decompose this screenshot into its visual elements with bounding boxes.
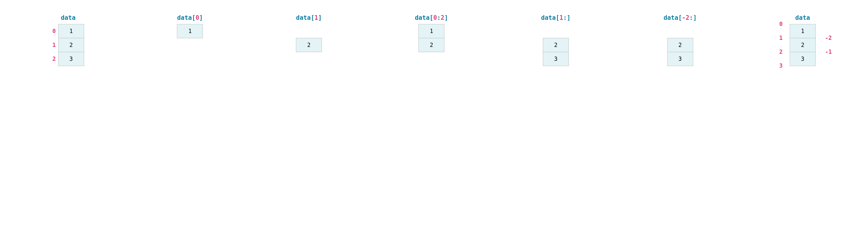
panel-title: data[-2:] xyxy=(663,14,697,21)
title-part: [ xyxy=(678,14,682,21)
left-index-labels: 012 xyxy=(52,24,56,66)
spacer-cell xyxy=(543,24,569,38)
data-cell: 1 xyxy=(418,24,444,38)
title-part: : xyxy=(689,14,693,21)
edge-label: 2 xyxy=(779,49,782,55)
title-part: ] xyxy=(444,14,448,21)
title-part: 0 xyxy=(433,14,437,21)
title-part: ] xyxy=(199,14,203,21)
spacer-cell xyxy=(296,24,322,38)
title-part: ] xyxy=(318,14,322,21)
cells-wrap: 1 xyxy=(177,24,203,66)
cells-wrap: 2 xyxy=(296,24,322,66)
cells: 23 xyxy=(543,24,569,66)
title-part: data xyxy=(177,14,192,21)
grid-wrap: 23 xyxy=(667,24,693,66)
cells-wrap: 123 xyxy=(58,24,84,66)
cells: 123 xyxy=(58,24,84,66)
edge-label: 0 xyxy=(779,21,782,27)
panel-title: data[0] xyxy=(177,14,203,21)
title-part: data xyxy=(663,14,678,21)
title-part: data xyxy=(296,14,311,21)
data-cell: 1 xyxy=(58,24,84,38)
cells: 2 xyxy=(296,24,322,66)
panel-title: data xyxy=(61,14,75,21)
grid-wrap: 23 xyxy=(543,24,569,66)
title-part: 2 xyxy=(441,14,444,21)
spacer-cell xyxy=(667,24,693,38)
cells: 123 xyxy=(790,24,816,66)
title-part: 1 xyxy=(560,14,563,21)
cells-wrap: 23 xyxy=(543,24,569,66)
grid-wrap: 012123 xyxy=(52,24,84,66)
data-cell: 2 xyxy=(543,38,569,52)
data-cell: 2 xyxy=(296,38,322,52)
index-label: 2 xyxy=(52,52,56,66)
edge-label: -2 xyxy=(825,35,832,41)
spacer-cell xyxy=(418,52,444,66)
data-cell: 1 xyxy=(177,24,203,38)
title-part: 1 xyxy=(314,14,318,21)
edge-label: 3 xyxy=(779,62,782,69)
data-cell: 3 xyxy=(58,52,84,66)
index-label: 0 xyxy=(52,24,56,38)
title-part: : xyxy=(563,14,567,21)
spacer-cell xyxy=(177,38,203,52)
panel-0: data012123 xyxy=(52,14,84,66)
data-cell: 3 xyxy=(543,52,569,66)
title-part: data xyxy=(415,14,430,21)
title-part: data xyxy=(61,14,75,21)
title-part: ] xyxy=(693,14,697,21)
data-cell: 2 xyxy=(667,38,693,52)
edge-label: 1 xyxy=(779,35,782,41)
data-cell: 3 xyxy=(667,52,693,66)
panel-6: data1230123-2-1 xyxy=(790,14,816,66)
cells-wrap: 1230123-2-1 xyxy=(790,24,816,66)
data-cell: 3 xyxy=(790,52,816,66)
title-part: -2 xyxy=(682,14,689,21)
panel-2: data[1]2 xyxy=(296,14,322,66)
title-part: [ xyxy=(311,14,314,21)
panel-title: data[1] xyxy=(296,14,322,21)
panel-title: data[0:2] xyxy=(415,14,448,21)
data-cell: 2 xyxy=(790,38,816,52)
panel-1: data[0]1 xyxy=(177,14,203,66)
cells: 23 xyxy=(667,24,693,66)
spacer-cell xyxy=(296,52,322,66)
grid-wrap: 12 xyxy=(418,24,444,66)
grid-wrap: 1 xyxy=(177,24,203,66)
title-part: [ xyxy=(430,14,433,21)
title-part: 0 xyxy=(195,14,199,21)
title-part: data xyxy=(795,14,810,21)
title-part: data xyxy=(541,14,556,21)
grid-wrap: 1230123-2-1 xyxy=(790,24,816,66)
data-cell: 1 xyxy=(790,24,816,38)
title-part: [ xyxy=(556,14,560,21)
index-label: 1 xyxy=(52,38,56,52)
title-part: [ xyxy=(192,14,195,21)
title-part: ] xyxy=(567,14,571,21)
cells: 12 xyxy=(418,24,444,66)
panel-4: data[1:]23 xyxy=(541,14,570,66)
spacer-cell xyxy=(177,52,203,66)
cells-wrap: 12 xyxy=(418,24,444,66)
panel-3: data[0:2]12 xyxy=(415,14,448,66)
data-cell: 2 xyxy=(58,38,84,52)
panel-5: data[-2:]23 xyxy=(663,14,697,66)
cells-wrap: 23 xyxy=(667,24,693,66)
grid-wrap: 2 xyxy=(296,24,322,66)
cells: 1 xyxy=(177,24,203,66)
data-cell: 2 xyxy=(418,38,444,52)
title-part: : xyxy=(437,14,441,21)
edge-label: -1 xyxy=(825,49,832,55)
panel-title: data xyxy=(795,14,810,21)
panel-title: data[1:] xyxy=(541,14,570,21)
